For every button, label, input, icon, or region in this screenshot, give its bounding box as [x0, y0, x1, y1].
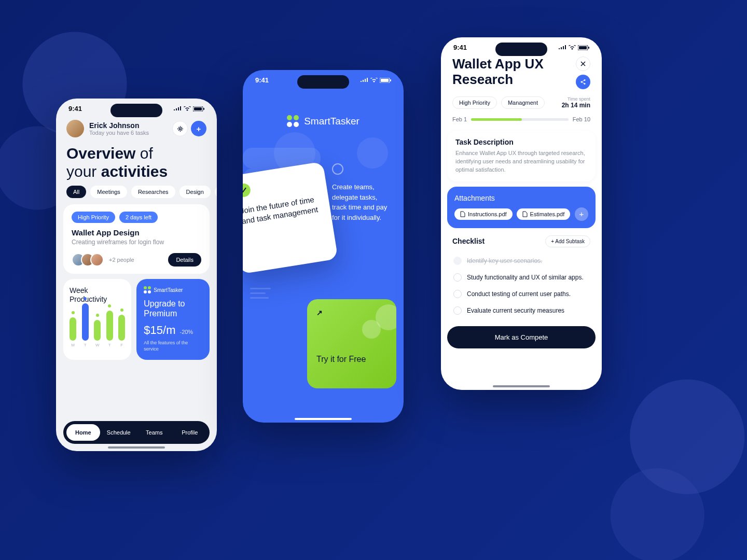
- add-button[interactable]: +: [191, 121, 206, 136]
- bar-label: F: [120, 343, 123, 347]
- bar-label: W: [95, 343, 100, 347]
- phone-onboarding-screen: 9:41 SmartTasker Create teams, delegate …: [243, 70, 404, 423]
- feature-text: Create teams, delegate tasks, track time…: [332, 182, 388, 222]
- checkbox-icon[interactable]: [453, 257, 462, 265]
- battery-icon: [578, 45, 589, 50]
- svg-rect-8: [579, 46, 587, 49]
- status-icons: [360, 78, 391, 83]
- filter-all[interactable]: All: [66, 186, 86, 198]
- bar: [82, 303, 89, 341]
- signal-icon: [360, 78, 368, 83]
- check-icon: [243, 183, 252, 198]
- date-start: Feb 1: [452, 116, 467, 122]
- bar-dot: [84, 297, 87, 300]
- cta-text: Try it for Free: [316, 354, 387, 365]
- home-indicator: [493, 385, 550, 387]
- checklist-item[interactable]: Evaluate current security measures: [452, 302, 590, 319]
- upgrade-heading: Upgrade to Premium: [144, 299, 202, 318]
- nav-home[interactable]: Home: [66, 424, 100, 441]
- notch: [110, 104, 162, 117]
- assignee-avatars: [72, 253, 104, 267]
- feature-tile: Create teams, delegate tasks, track time…: [324, 153, 396, 231]
- logo-icon: [287, 115, 299, 127]
- bottom-nav: Home Schedule Teams Profile: [63, 421, 210, 444]
- close-button[interactable]: [576, 57, 590, 71]
- checklist: Checklist + Add Subtask Identify key use…: [447, 233, 596, 321]
- home-indicator: [108, 446, 165, 449]
- user-subline: Today you have 6 tasks: [89, 130, 149, 136]
- page-title: Overview of your activities: [56, 142, 217, 186]
- mark-complete-button[interactable]: Mark as Compete: [447, 326, 596, 348]
- brand-logo: SmartTasker: [243, 115, 404, 127]
- brand-logo: SmartTasker: [144, 286, 202, 293]
- headline-text: Join the future of time and task managem…: [243, 193, 322, 227]
- checkbox-icon[interactable]: [453, 306, 462, 315]
- file-icon: [460, 211, 465, 217]
- attachments-card: Attachments Instructions.pdf Estimates.p…: [447, 187, 596, 228]
- add-subtask-button[interactable]: + Add Subtask: [545, 235, 590, 247]
- task-card[interactable]: High Priority 2 days left Wallet App Des…: [63, 204, 210, 274]
- checkbox-icon[interactable]: [453, 290, 462, 298]
- checklist-heading: Checklist: [452, 237, 485, 245]
- share-button[interactable]: [576, 75, 590, 89]
- wifi-icon: [569, 45, 576, 50]
- svg-rect-5: [381, 79, 389, 82]
- file-pill[interactable]: Estimates.pdf: [517, 208, 571, 220]
- checkbox-icon[interactable]: [453, 273, 462, 282]
- filter-meetings[interactable]: Meetings: [90, 186, 127, 198]
- more-people: +2 people: [109, 257, 134, 263]
- checklist-item[interactable]: Conduct testing of current user paths.: [452, 286, 590, 302]
- cta-tile[interactable]: ↗ Try it for Free: [307, 299, 396, 388]
- bar-col: M: [70, 311, 76, 347]
- home-indicator: [295, 418, 352, 420]
- filter-al[interactable]: Al: [215, 186, 217, 198]
- filter-researches[interactable]: Researches: [131, 186, 175, 198]
- task-detail-title: Wallet App UX Research: [452, 57, 576, 88]
- checklist-item[interactable]: Identify key user scenarios.: [452, 253, 590, 269]
- logo-icon: [144, 286, 151, 293]
- file-pill[interactable]: Instructions.pdf: [454, 208, 513, 220]
- bar-label: M: [71, 343, 75, 347]
- status-icons: [173, 106, 204, 111]
- battery-icon: [380, 78, 391, 83]
- priority-tag[interactable]: High Priority: [452, 96, 497, 109]
- decorative-lines: [250, 288, 271, 302]
- signal-icon: [558, 45, 566, 50]
- bar-col: T: [82, 297, 89, 347]
- nav-profile[interactable]: Profile: [173, 424, 207, 441]
- filter-design[interactable]: Design: [179, 186, 211, 198]
- category-tag[interactable]: Managment: [501, 96, 545, 109]
- settings-button[interactable]: [172, 121, 188, 136]
- task-subtitle: Creating wireframes for login flow: [72, 239, 201, 246]
- nav-teams[interactable]: Teams: [137, 424, 171, 441]
- bar-label: T: [108, 343, 111, 347]
- checklist-item[interactable]: Study functionality and UX of similar ap…: [452, 269, 590, 286]
- wifi-icon: [184, 106, 191, 111]
- add-file-button[interactable]: +: [575, 207, 588, 221]
- details-button[interactable]: Details: [168, 253, 201, 267]
- phone-task-detail-screen: 9:41 Wallet App UX Research High Priorit…: [441, 37, 602, 390]
- svg-rect-2: [203, 108, 204, 110]
- date-end: Feb 10: [573, 116, 590, 122]
- upgrade-card[interactable]: SmartTasker Upgrade to Premium $15/m -20…: [136, 279, 210, 360]
- productivity-card[interactable]: Week Productivity MTWTF: [63, 279, 131, 360]
- notch: [297, 75, 349, 89]
- bar-col: W: [94, 314, 101, 347]
- bar-dot: [72, 311, 75, 314]
- svg-rect-1: [194, 107, 202, 110]
- progress-bar: [471, 118, 569, 121]
- notch: [495, 43, 547, 56]
- headline-tile: Join the future of time and task managem…: [243, 161, 338, 274]
- status-time: 9:41: [68, 105, 82, 113]
- description-card: Task Description Enhance Wallet App UX t…: [447, 131, 596, 181]
- nav-schedule[interactable]: Schedule: [102, 424, 136, 441]
- description-heading: Task Description: [455, 138, 587, 146]
- user-name: Erick Johnson: [89, 121, 149, 130]
- onboarding-body: Create teams, delegate tasks, track time…: [243, 148, 404, 407]
- status-icons: [558, 45, 589, 50]
- bar: [106, 311, 113, 341]
- bar-col: T: [106, 304, 113, 347]
- share-icon: [580, 79, 586, 85]
- avatar[interactable]: [66, 120, 84, 137]
- checklist-item-text: Identify key user scenarios.: [467, 257, 542, 264]
